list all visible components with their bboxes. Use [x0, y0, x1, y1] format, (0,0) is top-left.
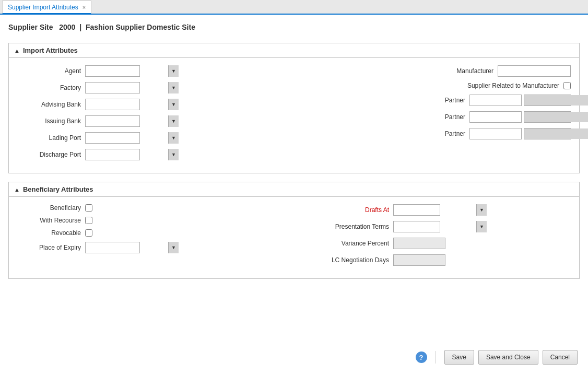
discharge-port-select[interactable]: ▼	[85, 149, 140, 160]
supplier-related-checkbox[interactable]	[563, 82, 571, 89]
issuing-bank-input[interactable]	[86, 116, 168, 126]
supplier-import-attributes-tab[interactable]: Supplier Import Attributes ×	[2, 1, 91, 14]
beneficiary-attributes-title: Beneficiary Attributes	[23, 185, 93, 193]
partner-select-1b[interactable]: ▼	[524, 95, 571, 106]
lc-negotiation-days-input[interactable]	[393, 254, 445, 266]
factory-input[interactable]	[86, 83, 168, 93]
lading-port-select[interactable]: ▼	[85, 132, 140, 144]
agent-select[interactable]: ▼	[85, 65, 140, 77]
partner-2b-input[interactable]	[524, 112, 588, 122]
drafts-at-select[interactable]: ▼	[393, 204, 440, 216]
agent-row: Agent ▼	[17, 65, 278, 77]
beneficiary-attributes-toggle-icon[interactable]: ▲	[14, 186, 20, 193]
import-attributes-header: ▲ Import Attributes	[9, 43, 579, 58]
place-of-expiry-select[interactable]: ▼	[85, 242, 140, 253]
partner-select-3a[interactable]: ▼	[469, 128, 522, 139]
drafts-at-arrow[interactable]: ▼	[476, 204, 487, 216]
revocable-row: Revocable	[17, 229, 278, 237]
lading-port-dropdown-arrow[interactable]: ▼	[168, 132, 179, 144]
agent-input[interactable]	[86, 66, 168, 76]
partner-row-2: Partner ▼ ▼	[310, 111, 571, 123]
import-attributes-left-col: Agent ▼ Factory	[17, 65, 278, 166]
agent-dropdown-arrow[interactable]: ▼	[168, 65, 179, 77]
with-recourse-checkbox[interactable]	[85, 217, 92, 224]
advising-bank-input[interactable]	[86, 99, 168, 110]
revocable-control	[85, 229, 278, 237]
beneficiary-checkbox[interactable]	[85, 204, 92, 212]
factory-row: Factory ▼	[17, 82, 278, 93]
discharge-port-row: Discharge Port ▼	[17, 149, 278, 160]
partner-select-3b[interactable]: ▼	[524, 128, 571, 139]
title-separator: |	[79, 23, 81, 31]
beneficiary-attributes-section: ▲ Beneficiary Attributes Beneficiary	[8, 182, 580, 279]
beneficiary-row: Beneficiary	[17, 204, 278, 212]
issuing-bank-control: ▼	[85, 115, 278, 127]
variance-percent-row: Variance Percent	[310, 238, 571, 249]
save-button[interactable]: Save	[444, 350, 474, 365]
factory-label: Factory	[17, 84, 85, 91]
drafts-at-input[interactable]	[394, 205, 476, 215]
import-attributes-toggle-icon[interactable]: ▲	[14, 48, 20, 54]
presentation-terms-select[interactable]: ▼	[393, 221, 440, 232]
beneficiary-label: Beneficiary	[17, 204, 85, 212]
drafts-at-row: Drafts At ▼	[310, 204, 571, 216]
partner-row-1: Partner ▼ ▼	[310, 95, 571, 106]
place-of-expiry-arrow-icon: ▼	[171, 245, 176, 250]
advising-bank-dropdown-arrow[interactable]: ▼	[168, 99, 179, 110]
place-of-expiry-input[interactable]	[86, 242, 168, 253]
partner-select-2a[interactable]: ▼	[469, 111, 522, 123]
partner-3b-input[interactable]	[524, 128, 588, 139]
advising-bank-select[interactable]: ▼	[85, 99, 140, 110]
manufacturer-row: Manufacturer	[310, 65, 571, 77]
issuing-bank-arrow-icon: ▼	[171, 119, 176, 124]
beneficiary-right-col: Drafts At ▼ Presentation Terms	[289, 204, 571, 271]
discharge-port-input[interactable]	[86, 149, 168, 160]
save-and-close-button[interactable]: Save and Close	[478, 350, 538, 365]
site-code: 2000	[59, 23, 75, 31]
cancel-button[interactable]: Cancel	[543, 350, 578, 365]
import-attributes-right-col: Manufacturer Supplier Related to Manufac…	[289, 65, 571, 166]
partner-1b-input[interactable]	[524, 95, 588, 106]
tab-close-icon[interactable]: ×	[83, 4, 86, 10]
presentation-terms-label: Presentation Terms	[310, 223, 393, 230]
site-name: Fashion Supplier Domestic Site	[86, 23, 195, 31]
beneficiary-attributes-header: ▲ Beneficiary Attributes	[9, 182, 579, 197]
discharge-port-arrow-icon: ▼	[171, 152, 176, 157]
revocable-label: Revocable	[17, 229, 85, 237]
manufacturer-input[interactable]	[498, 65, 571, 77]
issuing-bank-dropdown-arrow[interactable]: ▼	[168, 115, 179, 127]
beneficiary-control	[85, 204, 278, 212]
help-icon[interactable]: ?	[416, 351, 427, 363]
presentation-terms-arrow[interactable]: ▼	[476, 221, 487, 232]
issuing-bank-select[interactable]: ▼	[85, 115, 140, 127]
factory-select[interactable]: ▼	[85, 82, 140, 93]
tab-bar: Supplier Import Attributes ×	[0, 0, 588, 15]
discharge-port-dropdown-arrow[interactable]: ▼	[168, 149, 179, 160]
presentation-terms-input[interactable]	[394, 221, 476, 232]
factory-dropdown-arrow[interactable]: ▼	[168, 82, 179, 93]
manufacturer-label: Manufacturer	[435, 67, 498, 75]
variance-percent-input[interactable]	[393, 238, 445, 249]
beneficiary-attributes-body: Beneficiary With Recourse	[9, 197, 579, 278]
variance-percent-label: Variance Percent	[310, 240, 393, 247]
place-of-expiry-control: ▼	[85, 242, 278, 253]
partner-select-2b[interactable]: ▼	[524, 111, 571, 123]
lading-port-arrow-icon: ▼	[171, 135, 176, 140]
advising-bank-row: Advising Bank ▼	[17, 99, 278, 110]
partner-row-3: Partner ▼ ▼	[310, 128, 571, 139]
import-attributes-grid: Agent ▼ Factory	[17, 65, 571, 166]
footer: ? Save Save and Close Cancel	[416, 350, 578, 365]
place-of-expiry-row: Place of Expiry ▼	[17, 242, 278, 253]
footer-divider	[436, 351, 436, 364]
lading-port-input[interactable]	[86, 133, 168, 143]
tab-label: Supplier Import Attributes	[8, 4, 78, 11]
import-attributes-section: ▲ Import Attributes Agent ▼	[8, 43, 580, 173]
place-of-expiry-dropdown-arrow[interactable]: ▼	[168, 242, 179, 253]
presentation-terms-row: Presentation Terms ▼	[310, 221, 571, 232]
lading-port-row: Lading Port ▼	[17, 132, 278, 144]
partner-select-1a[interactable]: ▼	[469, 95, 522, 106]
revocable-checkbox[interactable]	[85, 229, 92, 237]
partner-label-3: Partner	[428, 130, 469, 137]
issuing-bank-label: Issuing Bank	[17, 118, 85, 125]
beneficiary-attributes-grid: Beneficiary With Recourse	[17, 204, 571, 271]
